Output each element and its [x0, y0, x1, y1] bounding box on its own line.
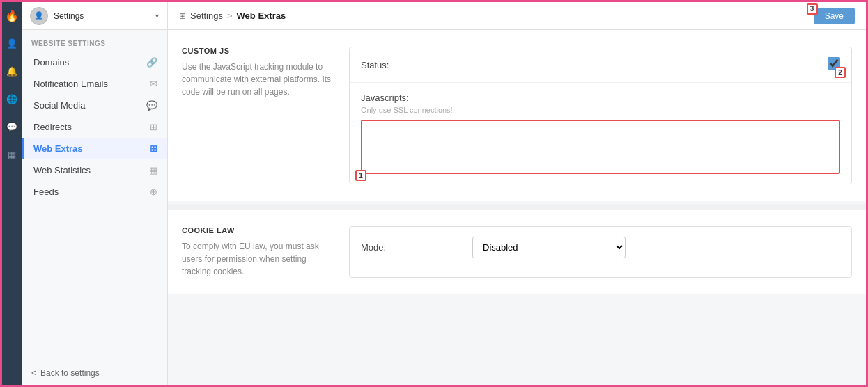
sidebar-item-social-media[interactable]: Social Media 💬 [22, 95, 167, 116]
avatar: 👤 [30, 7, 48, 25]
icon-rail: 🔥 👤 🔔 🌐 💬 ▦ [2, 2, 22, 385]
feeds-icon: ⊕ [150, 187, 157, 197]
javascripts-textarea[interactable] [362, 121, 839, 170]
cookie-law-section: COOKIE LAW To comply with EU law, you mu… [168, 210, 866, 294]
back-arrow-icon: < [31, 368, 36, 378]
cookie-law-description: COOKIE LAW To comply with EU law, you mu… [182, 226, 335, 278]
main-area: ⊞ Settings > Web Extras Save 3 CUSTOM JS… [168, 2, 866, 385]
sidebar-item-social-media-label: Social Media [33, 100, 85, 111]
javascripts-label: Javascripts: [361, 93, 840, 103]
sidebar-header: 👤 Settings ▾ [22, 2, 167, 30]
content-scroll: CUSTOM JS Use the JavaScript tracking mo… [168, 30, 866, 385]
cookie-law-title: COOKIE LAW [182, 226, 335, 235]
back-to-settings-label: Back to settings [40, 368, 100, 378]
sidebar-section-label: WEBSITE SETTINGS [22, 30, 167, 52]
sidebar-item-redirects[interactable]: Redirects ⊞ [22, 116, 167, 138]
sidebar-item-domains-label: Domains [33, 57, 69, 68]
sidebar-nav: Domains 🔗 Notification Emails ✉ Social M… [22, 52, 167, 203]
mode-control: Disabled Soft Hard [472, 237, 840, 258]
breadcrumb-separator: > [227, 10, 233, 21]
sidebar-item-feeds[interactable]: Feeds ⊕ [22, 181, 167, 203]
dropdown-arrow-icon[interactable]: ▾ [155, 12, 159, 19]
javascripts-row: Javascripts: Only use SSL connections! 1 [350, 83, 851, 184]
sidebar-item-domains[interactable]: Domains 🔗 [22, 52, 167, 73]
sidebar-item-web-extras[interactable]: Web Extras ⊞ [22, 138, 167, 159]
sidebar-item-web-extras-label: Web Extras [33, 143, 83, 154]
nav-icon-chat[interactable]: 💬 [4, 119, 20, 134]
nav-icon-layout[interactable]: ▦ [4, 147, 20, 162]
nav-icon-globe[interactable]: 🌐 [4, 91, 20, 106]
mode-label: Mode: [361, 242, 472, 253]
web-extras-icon: ⊞ [150, 143, 157, 154]
status-row: Status: 2 [350, 47, 851, 83]
status-label: Status: [361, 60, 472, 70]
nav-icon-bell[interactable]: 🔔 [4, 63, 20, 79]
domains-icon: 🔗 [146, 57, 157, 68]
cookie-law-form: Mode: Disabled Soft Hard [349, 226, 852, 278]
annotation-badge-3: 3 [807, 3, 818, 15]
javascripts-textarea-wrapper: 1 [361, 120, 840, 174]
notification-emails-icon: ✉ [150, 79, 157, 89]
breadcrumb: ⊞ Settings > Web Extras [179, 10, 286, 21]
javascripts-hint: Only use SSL connections! [361, 106, 840, 114]
topbar: ⊞ Settings > Web Extras Save 3 [168, 2, 866, 30]
section-divider [168, 204, 866, 210]
sidebar-item-web-statistics-label: Web Statistics [33, 165, 91, 175]
breadcrumb-current: Web Extras [237, 10, 286, 21]
status-toggle-control: 2 [472, 57, 840, 72]
cookie-law-text: To comply with EU law, you must ask user… [182, 240, 335, 278]
custom-js-description: CUSTOM JS Use the JavaScript tracking mo… [182, 47, 335, 184]
social-media-icon: 💬 [146, 100, 157, 111]
sidebar-item-feeds-label: Feeds [33, 187, 59, 197]
sidebar: 👤 Settings ▾ WEBSITE SETTINGS Domains 🔗 … [22, 2, 168, 385]
custom-js-section: CUSTOM JS Use the JavaScript tracking mo… [168, 30, 866, 201]
breadcrumb-settings: Settings [190, 10, 223, 21]
back-to-settings[interactable]: < Back to settings [22, 361, 167, 385]
annotation-badge-2: 2 [835, 67, 846, 78]
sidebar-item-redirects-label: Redirects [33, 122, 72, 132]
mode-select[interactable]: Disabled Soft Hard [472, 237, 626, 258]
custom-js-form: Status: 2 Javascripts: Only use [349, 47, 852, 184]
settings-icon: ⊞ [179, 11, 186, 21]
flame-icon[interactable]: 🔥 [4, 8, 20, 23]
sidebar-item-web-statistics[interactable]: Web Statistics ▦ [22, 159, 167, 181]
sidebar-item-notification-emails[interactable]: Notification Emails ✉ [22, 73, 167, 95]
annotation-badge-1: 1 [355, 170, 366, 181]
sidebar-item-notification-emails-label: Notification Emails [33, 79, 108, 89]
custom-js-title: CUSTOM JS [182, 47, 335, 55]
nav-icon-1[interactable]: 👤 [4, 35, 20, 51]
web-statistics-icon: ▦ [149, 165, 157, 175]
user-name: Settings [54, 11, 150, 21]
redirects-icon: ⊞ [150, 122, 157, 132]
save-button[interactable]: Save [814, 8, 855, 24]
custom-js-text: Use the JavaScript tracking module to co… [182, 61, 335, 98]
mode-row: Mode: Disabled Soft Hard [350, 227, 851, 268]
